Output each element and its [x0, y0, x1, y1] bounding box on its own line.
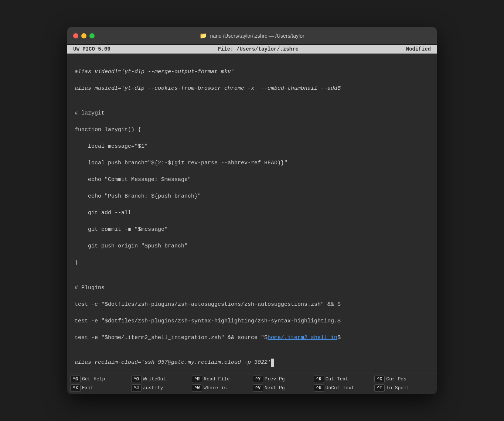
shortcut-get-help[interactable]: ^G Get Help: [70, 376, 130, 383]
shortcut-to-spell[interactable]: ^T To Spell: [374, 384, 434, 392]
label-cur-pos: Cur Pos: [386, 376, 406, 382]
file-path: File: /Users/taylor/.zshrc: [218, 46, 299, 52]
traffic-lights: [73, 33, 95, 38]
shortcut-next-pg[interactable]: ^V Next Pg: [253, 384, 312, 392]
label-cut-text: Cut Text: [326, 376, 348, 382]
line-11: git add --all: [75, 209, 429, 218]
window-title: 📁 nano /Users/taylor/.zshrc — /Users/tay…: [200, 32, 304, 39]
line-6: function lazygit() {: [75, 126, 429, 134]
terminal-window: 📁 nano /Users/taylor/.zshrc — /Users/tay…: [67, 27, 437, 394]
label-read-file: Read File: [204, 376, 229, 382]
nano-status-bar: UW PICO 5.09 File: /Users/taylor/.zshrc …: [67, 45, 437, 54]
shortcut-exit[interactable]: ^X Exit: [70, 384, 130, 392]
key-ctrl-y: ^Y: [253, 376, 263, 383]
line-19: test -e "$home/.iterm2_shell_integration…: [75, 334, 429, 342]
maximize-button[interactable]: [89, 33, 95, 38]
line-13: git push origin "$push_branch": [75, 242, 429, 251]
label-where-is: Where is: [204, 385, 227, 391]
line-10: echo "Push Branch: ${push_branch}": [75, 192, 429, 201]
label-uncut-text: UnCut Text: [326, 385, 354, 391]
line-8: local push_branch="${2:-$(git rev-parse …: [75, 159, 429, 168]
line-3: alias musicdl='yt-dlp --cookies-from-bro…: [75, 85, 429, 93]
line-21: alias reclaim-cloud='ssh 957@gate.my.rec…: [75, 359, 429, 367]
line-18: test -e "$dotfiles/zsh-plugins/zsh-synta…: [75, 317, 429, 326]
label-to-spell: To Spell: [386, 385, 409, 391]
shortcut-prev-pg[interactable]: ^Y Prev Pg: [253, 376, 312, 383]
folder-icon: 📁: [200, 32, 207, 39]
key-ctrl-t: ^T: [374, 384, 385, 392]
label-exit: Exit: [82, 385, 93, 391]
line-12: git commit -m "$message": [75, 226, 429, 234]
label-get-help: Get Help: [82, 376, 105, 382]
code-content: alias videodl='yt-dlp --merge-output-for…: [75, 59, 429, 367]
line-2: alias videodl='yt-dlp --merge-output-for…: [75, 68, 429, 76]
key-ctrl-o: ^O: [131, 376, 142, 383]
label-next-pg: Next Pg: [265, 385, 285, 391]
key-ctrl-c: ^C: [374, 376, 385, 383]
key-ctrl-g: ^G: [70, 376, 81, 383]
line-14: }: [75, 259, 429, 267]
app-name: UW PICO 5.09: [73, 46, 110, 52]
key-ctrl-x: ^X: [70, 384, 81, 392]
key-ctrl-w: ^W: [192, 384, 202, 392]
label-justify: Justify: [143, 385, 163, 391]
iterm2-link: home/.iterm2_shell_in: [268, 335, 337, 341]
key-ctrl-k: ^K: [314, 376, 324, 383]
shortcut-bar: ^G Get Help ^O WriteOut ^R Read File ^Y …: [67, 373, 437, 394]
shortcut-row-2: ^X Exit ^J Justify ^W Where is ^V Next P…: [70, 384, 434, 392]
modified-status: Modified: [406, 46, 431, 52]
minimize-button[interactable]: [81, 33, 86, 38]
close-button[interactable]: [73, 33, 78, 38]
line-17: test -e "$dotfiles/zsh-plugins/zsh-autos…: [75, 301, 429, 309]
key-ctrl-u: ^U: [314, 384, 324, 392]
label-prev-pg: Prev Pg: [265, 376, 285, 382]
line-16: # Plugins: [75, 284, 429, 292]
key-ctrl-r: ^R: [192, 376, 202, 383]
title-bar: 📁 nano /Users/taylor/.zshrc — /Users/tay…: [67, 27, 437, 45]
key-ctrl-j: ^J: [131, 384, 142, 392]
label-writeout: WriteOut: [143, 376, 166, 382]
editor-area[interactable]: alias videodl='yt-dlp --merge-output-for…: [67, 54, 437, 373]
shortcut-where-is[interactable]: ^W Where is: [192, 384, 251, 392]
key-ctrl-v: ^V: [253, 384, 263, 392]
shortcut-cur-pos[interactable]: ^C Cur Pos: [374, 376, 434, 383]
shortcut-cut-text[interactable]: ^K Cut Text: [314, 376, 373, 383]
shortcut-uncut-text[interactable]: ^U UnCut Text: [314, 384, 373, 392]
shortcut-row-1: ^G Get Help ^O WriteOut ^R Read File ^Y …: [70, 376, 434, 383]
line-7: local message="$1": [75, 143, 429, 151]
text-cursor: [271, 359, 274, 367]
shortcut-justify[interactable]: ^J Justify: [131, 384, 191, 392]
line-5: # lazygit: [75, 109, 429, 118]
shortcut-writeout[interactable]: ^O WriteOut: [131, 376, 191, 383]
shortcut-read-file[interactable]: ^R Read File: [192, 376, 251, 383]
line-9: echo "Commit Message: $message": [75, 176, 429, 184]
